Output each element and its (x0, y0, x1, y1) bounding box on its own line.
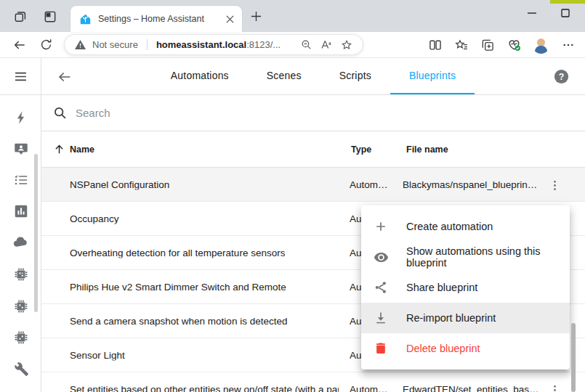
table-row[interactable]: NSPanel Configuration Autom… Blackymas/n… (41, 168, 585, 202)
eye-icon (373, 249, 389, 265)
blueprint-context-menu: Create automation Show automations using… (361, 205, 570, 369)
row-file-name: EdwardTEN/set_entities_bas… (403, 384, 539, 392)
row-overflow-menu-icon[interactable] (546, 381, 563, 392)
delete-icon (373, 340, 389, 356)
screen-edge-artifact (550, 0, 585, 4)
sidebar-menu-icon[interactable] (12, 68, 30, 86)
address-divider (147, 39, 148, 50)
row-type: Autom… (350, 179, 388, 190)
table-header: Name Type File name (41, 131, 585, 168)
browser-tab-strip: Settings – Home Assistant (0, 0, 585, 32)
menu-item-label: Share blueprint (406, 282, 477, 293)
tab-automations[interactable]: Automations (152, 58, 248, 94)
row-name: Overheating detection for all temperatur… (70, 248, 285, 258)
back-icon[interactable] (12, 37, 28, 53)
download-icon (373, 310, 389, 326)
home-assistant-favicon (79, 13, 92, 25)
menu-item-label: Show automations using this blueprint (406, 245, 558, 269)
tab-close-icon[interactable] (223, 12, 236, 25)
blueprints-header: Automations Scenes Scripts Blueprints ? (41, 58, 585, 95)
search-icon (51, 105, 68, 122)
page-tabs: Automations Scenes Scripts Blueprints (152, 58, 475, 94)
page-scrollbar[interactable] (571, 323, 576, 392)
zoom-out-icon[interactable] (299, 38, 313, 52)
row-name: Philips Hue v2 Smart Dimmer Switch and R… (70, 282, 286, 293)
sidebar-item-cloud[interactable] (12, 233, 30, 251)
share-icon (373, 279, 389, 295)
menu-item-label: Re-import blueprint (406, 312, 496, 324)
tab-title: Settings – Home Assistant (98, 14, 223, 24)
menu-item-create-automation[interactable]: Create automation (361, 211, 570, 242)
tab-scenes[interactable]: Scenes (248, 58, 320, 94)
menu-item-share-blueprint[interactable]: Share blueprint (361, 272, 570, 303)
browser-tab[interactable]: Settings – Home Assistant (70, 6, 242, 32)
row-name: Occupancy (70, 213, 119, 224)
window-minimize-icon[interactable] (525, 7, 538, 20)
security-label: Not secure (92, 39, 138, 50)
menu-item-show-automations[interactable]: Show automations using this blueprint (361, 242, 570, 272)
plus-icon (373, 219, 389, 234)
help-icon[interactable]: ? (553, 68, 570, 85)
sidebar-item-energy[interactable] (12, 108, 30, 126)
menu-item-reimport-blueprint[interactable]: Re-import blueprint (361, 303, 570, 333)
row-type: Autom… (350, 384, 388, 392)
refresh-icon[interactable] (38, 37, 54, 53)
window-maximize-icon[interactable] (559, 7, 572, 20)
browser-toolbar: Not secure homeassistant.local:8123/... (0, 32, 585, 58)
sidebar-item-developer-tools[interactable] (12, 359, 30, 377)
address-bar[interactable]: Not secure homeassistant.local:8123/... (64, 34, 363, 55)
browser-essentials-icon[interactable] (506, 37, 522, 53)
browser-menu-ellipsis-icon[interactable] (560, 37, 576, 53)
sort-ascending-icon[interactable] (53, 143, 66, 156)
table-row[interactable]: Set entities based on other entities new… (41, 372, 585, 392)
menu-item-label: Create automation (406, 221, 493, 232)
home-assistant-app: Automations Scenes Scripts Blueprints ? (0, 58, 585, 392)
row-overflow-menu-icon[interactable] (546, 176, 563, 194)
sidebar-item-esphome-3[interactable] (12, 328, 30, 346)
url-text: homeassistant.local:8123/... (156, 39, 293, 50)
sidebar-item-esphome-1[interactable] (12, 265, 30, 283)
sidebar-item-esphome-2[interactable] (12, 297, 30, 315)
svg-text:?: ? (559, 72, 565, 82)
profile-avatar[interactable] (532, 36, 550, 54)
page-back-icon[interactable] (55, 68, 73, 86)
sidebar-item-assist[interactable] (12, 139, 30, 158)
sidebar (0, 58, 41, 392)
sidebar-item-todo-lists[interactable] (12, 171, 30, 189)
favorite-star-icon[interactable] (339, 38, 354, 52)
column-header-name[interactable]: Name (70, 144, 94, 155)
row-name: NSPanel Configuration (70, 179, 169, 190)
not-secure-warning-icon (74, 38, 86, 51)
row-name: Sensor Light (70, 350, 125, 361)
vertical-tabs-icon[interactable] (42, 9, 58, 25)
new-tab-icon[interactable] (248, 8, 264, 24)
column-header-file-name[interactable]: File name (406, 144, 448, 155)
read-aloud-icon[interactable] (319, 38, 334, 52)
url-host: homeassistant.local (156, 39, 246, 50)
sidebar-header (0, 58, 41, 95)
menu-item-delete-blueprint[interactable]: Delete blueprint (361, 333, 570, 364)
menu-item-label: Delete blueprint (406, 343, 480, 354)
url-path: :8123/... (246, 39, 281, 50)
sidebar-item-history[interactable] (12, 202, 30, 220)
search-bar (41, 95, 585, 131)
sidebar-scrollbar[interactable] (34, 154, 38, 312)
workspaces-icon[interactable] (12, 9, 28, 25)
collections-icon[interactable] (480, 37, 496, 53)
row-file-name: Blackymas/nspanel_blueprin… (403, 179, 537, 190)
split-screen-icon[interactable] (427, 37, 443, 53)
search-input[interactable] (76, 95, 585, 131)
browser-window: Settings – Home Assistant Not secur (0, 0, 585, 392)
tab-scripts[interactable]: Scripts (320, 58, 390, 94)
column-header-type[interactable]: Type (351, 144, 371, 155)
favorites-hub-icon[interactable] (453, 37, 469, 53)
row-name: Send a camera snapshot when motion is de… (70, 316, 287, 327)
row-name: Set entities based on other entities new… (70, 384, 339, 392)
tab-blueprints[interactable]: Blueprints (390, 58, 475, 94)
